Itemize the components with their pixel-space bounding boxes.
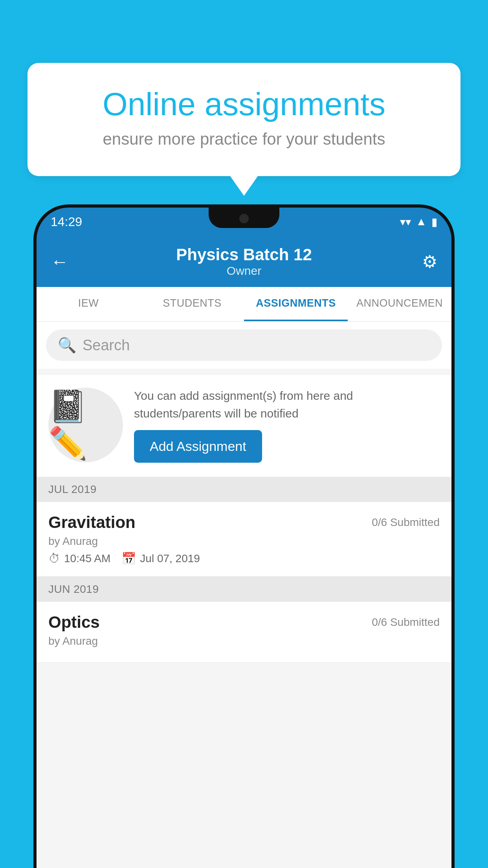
- phone-screen: 14:29 ▾▾ ▲ ▮ ← Physics Batch 12 Owner ⚙ …: [37, 208, 451, 868]
- tab-students[interactable]: STUDENTS: [140, 287, 244, 321]
- assignment-row1: Gravitation 0/6 Submitted: [48, 513, 440, 532]
- phone-frame: 14:29 ▾▾ ▲ ▮ ← Physics Batch 12 Owner ⚙ …: [33, 204, 455, 868]
- tab-announcements[interactable]: ANNOUNCEMEN: [348, 287, 451, 321]
- assignment-date: 📅 Jul 07, 2019: [121, 552, 200, 565]
- assignment-item-gravitation[interactable]: Gravitation 0/6 Submitted by Anurag ⏱ 10…: [37, 502, 451, 577]
- batch-title: Physics Batch 12: [176, 245, 312, 264]
- status-icons: ▾▾ ▲ ▮: [400, 215, 437, 228]
- header-subtitle: Owner: [176, 264, 312, 278]
- assignment-by-optics: by Anurag: [48, 635, 440, 647]
- status-time: 14:29: [51, 215, 82, 229]
- assignment-name-gravitation: Gravitation: [48, 513, 136, 532]
- assignment-row1-optics: Optics 0/6 Submitted: [48, 613, 440, 632]
- assignment-submitted-gravitation: 0/6 Submitted: [372, 516, 440, 529]
- phone-inner: 14:29 ▾▾ ▲ ▮ ← Physics Batch 12 Owner ⚙ …: [37, 208, 451, 868]
- header-title-block: Physics Batch 12 Owner: [176, 245, 312, 278]
- assignment-item-optics[interactable]: Optics 0/6 Submitted by Anurag: [37, 602, 451, 663]
- calendar-icon: 📅: [121, 552, 136, 565]
- signal-icon: ▲: [416, 215, 427, 228]
- promo-icon-circle: 📓✏️: [48, 388, 123, 462]
- promo-block: 📓✏️ You can add assignment(s) from here …: [37, 375, 451, 477]
- search-bar[interactable]: 🔍 Search: [46, 329, 442, 361]
- assignment-time-value: 10:45 AM: [64, 552, 110, 565]
- assignment-name-optics: Optics: [48, 613, 100, 632]
- assignment-time: ⏱ 10:45 AM: [48, 552, 110, 565]
- assignment-submitted-optics: 0/6 Submitted: [372, 616, 440, 629]
- bubble-title: Online assignments: [59, 86, 429, 122]
- tab-iew[interactable]: IEW: [37, 287, 140, 321]
- battery-icon: ▮: [431, 215, 437, 228]
- app-header: ← Physics Batch 12 Owner ⚙: [37, 236, 451, 287]
- bubble-subtitle: ensure more practice for your students: [59, 130, 429, 149]
- settings-button[interactable]: ⚙: [422, 252, 437, 272]
- search-icon: 🔍: [58, 337, 76, 354]
- wifi-icon: ▾▾: [400, 215, 411, 228]
- tab-assignments[interactable]: ASSIGNMENTS: [244, 287, 348, 321]
- back-button[interactable]: ←: [51, 251, 69, 272]
- add-assignment-button[interactable]: Add Assignment: [134, 430, 262, 463]
- promo-text-block: You can add assignment(s) from here and …: [134, 387, 440, 463]
- clock-icon: ⏱: [48, 552, 60, 565]
- search-bar-container: 🔍 Search: [37, 322, 451, 369]
- section-header-jul: JUL 2019: [37, 477, 451, 502]
- promo-speech-bubble: Online assignments ensure more practice …: [28, 63, 460, 176]
- assignment-meta-gravitation: ⏱ 10:45 AM 📅 Jul 07, 2019: [48, 552, 440, 565]
- search-input[interactable]: Search: [83, 337, 130, 354]
- section-header-jun: JUN 2019: [37, 577, 451, 602]
- assignment-by-gravitation: by Anurag: [48, 535, 440, 548]
- promo-description: You can add assignment(s) from here and …: [134, 387, 440, 422]
- speech-bubble-card: Online assignments ensure more practice …: [28, 63, 460, 176]
- camera: [239, 214, 249, 223]
- assignment-date-value: Jul 07, 2019: [140, 552, 200, 565]
- phone-notch: [209, 208, 279, 228]
- notebook-icon: 📓✏️: [48, 388, 123, 462]
- tabs-bar: IEW STUDENTS ASSIGNMENTS ANNOUNCEMEN: [37, 287, 451, 322]
- screen-content: 🔍 Search 📓✏️ You can add assignment(s) f…: [37, 322, 451, 868]
